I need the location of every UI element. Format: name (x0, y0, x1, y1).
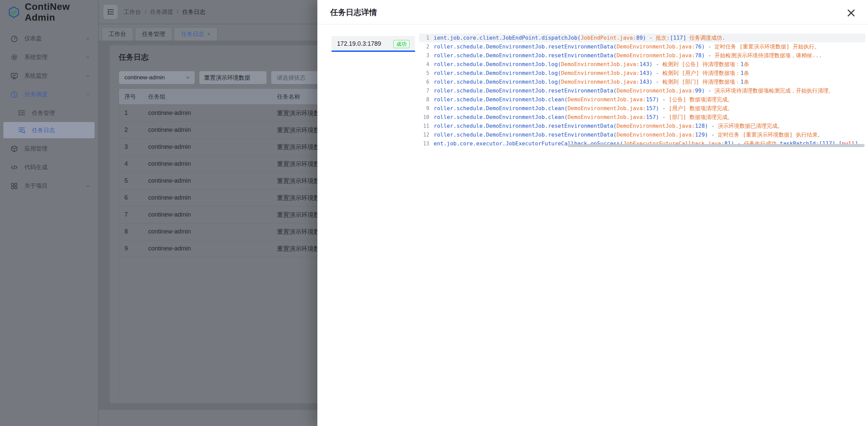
log-line-number: 10 (419, 113, 434, 122)
log-line: 1 ient.job.core.client.JobEndPoint.dispa… (419, 34, 865, 42)
log-segment: 条 (744, 79, 749, 85)
log-segment: 检测到 [公告] 待清理数据项： (662, 61, 741, 67)
log-segment: roller.schedule.DemoEnvironmentJob.reset… (434, 87, 616, 94)
drawer-title: 任务日志详情 (330, 7, 377, 18)
log-line-text: roller.schedule.DemoEnvironmentJob.reset… (434, 86, 834, 95)
log-segment: roller.schedule.DemoEnvironmentJob.clean… (434, 114, 568, 120)
log-line-text: roller.schedule.DemoEnvironmentJob.log(D… (434, 69, 749, 78)
log-segment: 条 (744, 61, 749, 67)
log-line-text: roller.schedule.DemoEnvironmentJob.reset… (434, 51, 822, 60)
log-line: 3 roller.schedule.DemoEnvironmentJob.res… (419, 51, 865, 60)
log-segment: roller.schedule.DemoEnvironmentJob.reset… (434, 131, 616, 138)
log-segment: DemoEnvironmentJob.java: (568, 96, 646, 103)
log-line: 10 roller.schedule.DemoEnvironmentJob.cl… (419, 113, 865, 122)
log-segment: 演示环境待清理数据项检测完成，开始执行清理。 (714, 87, 834, 94)
log-segment: roller.schedule.DemoEnvironmentJob.clean… (434, 96, 568, 103)
log-line-text: roller.schedule.DemoEnvironmentJob.reset… (434, 122, 783, 130)
log-line: 8 roller.schedule.DemoEnvironmentJob.cle… (419, 95, 865, 104)
log-segment: [公告] 数据项清理完成。 (669, 96, 733, 103)
log-line-number: 3 (419, 51, 434, 60)
log-segment: 143) - (639, 70, 662, 76)
log-line: 7 roller.schedule.DemoEnvironmentJob.res… (419, 86, 865, 95)
log-segment: 批次: (656, 35, 670, 41)
app-root: ContiNew Admin 仪表盘 系统管理 系统监控 任务调度 任务管理 任… (0, 0, 868, 426)
log-segment: 99) - (695, 87, 715, 94)
log-segment: DemoEnvironmentJob.java: (561, 79, 639, 85)
log-line-number: 2 (419, 42, 434, 51)
drawer-header-divider (317, 24, 868, 24)
log-segment: 任务调度成功. (686, 35, 725, 41)
log-segment: roller.schedule.DemoEnvironmentJob.log( (434, 61, 561, 67)
log-segment: 143) - (639, 79, 662, 85)
log-segment: roller.schedule.DemoEnvironmentJob.reset… (434, 52, 616, 59)
log-segment: roller.schedule.DemoEnvironmentJob.log( (434, 79, 561, 85)
status-badge: 成功 (393, 40, 410, 48)
log-segment: DemoEnvironmentJob.java: (568, 105, 646, 111)
log-segment: 157) - (646, 96, 669, 103)
horizontal-scrollbar[interactable] (568, 144, 865, 147)
log-segment: 143) - (639, 61, 662, 67)
log-line: 12 roller.schedule.DemoEnvironmentJob.re… (419, 130, 865, 139)
log-line-text: ient.job.core.client.JobEndPoint.dispatc… (434, 34, 725, 42)
log-segment: [117] (670, 35, 686, 41)
log-segment: roller.schedule.DemoEnvironmentJob.clean… (434, 105, 568, 111)
log-line-text: roller.schedule.DemoEnvironmentJob.log(D… (434, 78, 749, 86)
instance-address: 172.19.0.3:1789 (337, 40, 381, 47)
log-segment: 检测到 [用户] 待清理数据项： (662, 70, 741, 76)
log-segment: DemoEnvironmentJob.java: (616, 131, 695, 138)
log-line-number: 13 (419, 139, 434, 148)
log-segment: roller.schedule.DemoEnvironmentJob.reset… (434, 43, 616, 50)
log-line-number: 11 (419, 122, 434, 130)
log-segment: 89) - (636, 35, 656, 41)
log-line-number: 6 (419, 78, 434, 86)
log-line-number: 5 (419, 69, 434, 78)
log-segment: 129) - (695, 131, 718, 138)
log-line-text: roller.schedule.DemoEnvironmentJob.log(D… (434, 60, 749, 69)
log-line: 5 roller.schedule.DemoEnvironmentJob.log… (419, 69, 865, 78)
log-segment: DemoEnvironmentJob.java: (616, 52, 695, 59)
log-line-number: 7 (419, 86, 434, 95)
drawer-mask[interactable] (0, 0, 317, 426)
instance-tab[interactable]: 172.19.0.3:1789 成功 (332, 36, 415, 52)
log-segment: DemoEnvironmentJob.java: (568, 114, 646, 120)
log-line: 2 roller.schedule.DemoEnvironmentJob.res… (419, 42, 865, 51)
log-segment: DemoEnvironmentJob.java: (561, 70, 639, 76)
close-icon[interactable]: × (844, 4, 859, 21)
log-segment: 157) - (646, 105, 669, 111)
log-segment: [部门] 数据项清理完成。 (669, 114, 733, 120)
log-segment: roller.schedule.DemoEnvironmentJob.reset… (434, 123, 616, 129)
log-line: 9 roller.schedule.DemoEnvironmentJob.cle… (419, 104, 865, 113)
log-line-text: roller.schedule.DemoEnvironmentJob.clean… (434, 113, 733, 122)
log-line: 4 roller.schedule.DemoEnvironmentJob.log… (419, 60, 865, 69)
log-segment: 条 (744, 70, 749, 76)
log-segment: 开始检测演示环境待清理数据项，请稍候... (714, 52, 822, 59)
log-line: 6 roller.schedule.DemoEnvironmentJob.log… (419, 78, 865, 86)
log-segment: DemoEnvironmentJob.java: (616, 87, 695, 94)
task-log-detail-drawer: 任务日志详情 × 172.19.0.3:1789 成功 1 ient.job.c… (317, 0, 868, 426)
log-line-number: 1 (419, 34, 434, 42)
log-segment: ient.job.core.client.JobEndPoint.dispatc… (434, 35, 580, 41)
log-line-text: roller.schedule.DemoEnvironmentJob.clean… (434, 95, 733, 104)
log-line-text: roller.schedule.DemoEnvironmentJob.reset… (434, 42, 820, 51)
log-line-number: 12 (419, 130, 434, 139)
log-line-number: 8 (419, 95, 434, 104)
log-line-text: roller.schedule.DemoEnvironmentJob.clean… (434, 104, 733, 113)
log-segment: 157) - (646, 114, 669, 120)
log-line-number: 4 (419, 60, 434, 69)
log-segment: 78) - (695, 52, 715, 59)
log-segment: 76) - (695, 43, 715, 50)
log-segment: 定时任务 [重置演示环境数据] 开始执行。 (714, 43, 820, 50)
log-segment: DemoEnvironmentJob.java: (616, 43, 695, 50)
log-segment: DemoEnvironmentJob.java: (616, 123, 695, 129)
log-segment: 定时任务 [重置演示环境数据] 执行结束。 (718, 131, 823, 138)
log-segment: [用户] 数据项清理完成。 (669, 105, 733, 111)
log-segment: JobEndPoint.java: (580, 35, 636, 41)
log-segment: 演示环境数据已清理完成。 (718, 123, 783, 129)
log-line: 11 roller.schedule.DemoEnvironmentJob.re… (419, 122, 865, 130)
log-line-number: 9 (419, 104, 434, 113)
log-segment: DemoEnvironmentJob.java: (561, 61, 639, 67)
log-segment: roller.schedule.DemoEnvironmentJob.log( (434, 70, 561, 76)
log-segment: 检测到 [部门] 待清理数据项： (662, 79, 741, 85)
log-viewer[interactable]: 1 ient.job.core.client.JobEndPoint.dispa… (419, 34, 865, 148)
log-segment: 128) - (695, 123, 718, 129)
